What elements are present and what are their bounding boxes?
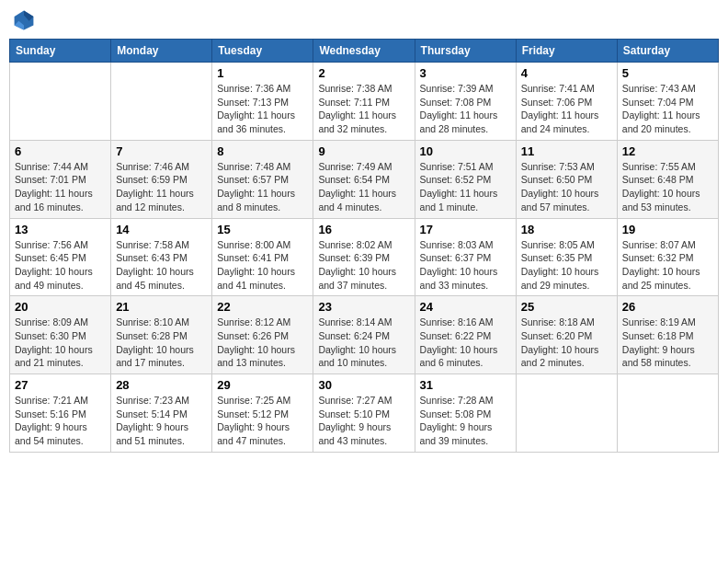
day-number: 17 — [420, 223, 511, 236]
calendar-cell: 7Sunrise: 7:46 AMSunset: 6:59 PMDaylight… — [111, 140, 212, 218]
calendar-cell: 17Sunrise: 8:03 AMSunset: 6:37 PMDayligh… — [415, 218, 516, 296]
calendar-cell: 11Sunrise: 7:53 AMSunset: 6:50 PMDayligh… — [516, 140, 617, 218]
day-number: 28 — [116, 378, 207, 392]
day-number: 23 — [318, 300, 409, 314]
calendar-cell — [10, 63, 111, 141]
calendar-cell: 16Sunrise: 8:02 AMSunset: 6:39 PMDayligh… — [313, 218, 415, 296]
calendar-cell: 23Sunrise: 8:14 AMSunset: 6:24 PMDayligh… — [313, 296, 415, 374]
calendar-cell: 12Sunrise: 7:55 AMSunset: 6:48 PMDayligh… — [617, 140, 718, 218]
day-info: Sunrise: 7:55 AMSunset: 6:48 PMDaylight:… — [622, 160, 713, 214]
day-number: 7 — [116, 144, 207, 158]
calendar-cell: 25Sunrise: 8:18 AMSunset: 6:20 PMDayligh… — [516, 296, 617, 374]
day-number: 21 — [116, 300, 207, 314]
calendar-cell: 18Sunrise: 8:05 AMSunset: 6:35 PMDayligh… — [516, 218, 617, 296]
day-number: 5 — [622, 66, 713, 80]
calendar-table: SundayMondayTuesdayWednesdayThursdayFrid… — [9, 39, 719, 453]
calendar-cell: 26Sunrise: 8:19 AMSunset: 6:18 PMDayligh… — [617, 296, 718, 374]
day-info: Sunrise: 8:07 AMSunset: 6:32 PMDaylight:… — [622, 238, 713, 293]
weekday-header-saturday: Saturday — [617, 40, 718, 63]
header-row: SundayMondayTuesdayWednesdayThursdayFrid… — [10, 40, 719, 63]
day-info: Sunrise: 7:51 AMSunset: 6:52 PMDaylight:… — [420, 160, 511, 214]
day-number: 10 — [420, 144, 511, 158]
day-number: 25 — [521, 300, 612, 314]
day-info: Sunrise: 8:00 AMSunset: 6:41 PMDaylight:… — [217, 238, 308, 293]
weekday-header-monday: Monday — [111, 40, 212, 63]
day-number: 22 — [217, 300, 308, 314]
calendar-cell: 1Sunrise: 7:36 AMSunset: 7:13 PMDaylight… — [212, 63, 313, 141]
day-number: 11 — [521, 144, 612, 158]
day-number: 31 — [420, 378, 511, 392]
calendar-cell: 29Sunrise: 7:25 AMSunset: 5:12 PMDayligh… — [212, 374, 313, 453]
day-number: 9 — [318, 144, 409, 158]
day-info: Sunrise: 7:48 AMSunset: 6:57 PMDaylight:… — [217, 160, 308, 214]
calendar-cell — [617, 374, 718, 453]
day-number: 12 — [622, 144, 713, 158]
day-number: 16 — [318, 223, 409, 236]
day-number: 19 — [622, 223, 713, 236]
day-info: Sunrise: 8:09 AMSunset: 6:30 PMDaylight:… — [15, 316, 106, 370]
calendar-week-2: 6Sunrise: 7:44 AMSunset: 7:01 PMDaylight… — [10, 140, 719, 218]
day-info: Sunrise: 7:56 AMSunset: 6:45 PMDaylight:… — [15, 238, 106, 293]
logo — [13, 9, 39, 31]
calendar-cell — [516, 374, 617, 453]
weekday-header-friday: Friday — [516, 40, 617, 63]
calendar-cell: 20Sunrise: 8:09 AMSunset: 6:30 PMDayligh… — [10, 296, 111, 374]
calendar-cell: 21Sunrise: 8:10 AMSunset: 6:28 PMDayligh… — [111, 296, 212, 374]
day-info: Sunrise: 7:21 AMSunset: 5:16 PMDaylight:… — [15, 394, 106, 448]
calendar-cell: 9Sunrise: 7:49 AMSunset: 6:54 PMDaylight… — [313, 140, 415, 218]
day-number: 18 — [521, 223, 612, 236]
day-info: Sunrise: 7:25 AMSunset: 5:12 PMDaylight:… — [217, 394, 308, 448]
day-number: 14 — [116, 223, 207, 236]
day-info: Sunrise: 7:38 AMSunset: 7:11 PMDaylight:… — [318, 82, 409, 136]
day-info: Sunrise: 8:14 AMSunset: 6:24 PMDaylight:… — [318, 316, 409, 370]
day-info: Sunrise: 7:58 AMSunset: 6:43 PMDaylight:… — [116, 238, 207, 293]
calendar-cell — [111, 63, 212, 141]
day-number: 13 — [15, 223, 106, 236]
day-info: Sunrise: 7:23 AMSunset: 5:14 PMDaylight:… — [116, 394, 207, 448]
calendar-cell: 31Sunrise: 7:28 AMSunset: 5:08 PMDayligh… — [415, 374, 516, 453]
day-info: Sunrise: 8:03 AMSunset: 6:37 PMDaylight:… — [420, 238, 511, 293]
day-number: 15 — [217, 223, 308, 236]
calendar-cell: 15Sunrise: 8:00 AMSunset: 6:41 PMDayligh… — [212, 218, 313, 296]
day-info: Sunrise: 7:53 AMSunset: 6:50 PMDaylight:… — [521, 160, 612, 214]
logo-icon — [13, 9, 35, 31]
calendar-cell: 28Sunrise: 7:23 AMSunset: 5:14 PMDayligh… — [111, 374, 212, 453]
calendar-cell: 22Sunrise: 8:12 AMSunset: 6:26 PMDayligh… — [212, 296, 313, 374]
calendar-cell: 30Sunrise: 7:27 AMSunset: 5:10 PMDayligh… — [313, 374, 415, 453]
day-number: 30 — [318, 378, 409, 392]
day-info: Sunrise: 8:18 AMSunset: 6:20 PMDaylight:… — [521, 316, 612, 370]
calendar-cell: 2Sunrise: 7:38 AMSunset: 7:11 PMDaylight… — [313, 63, 415, 141]
calendar-cell: 4Sunrise: 7:41 AMSunset: 7:06 PMDaylight… — [516, 63, 617, 141]
page-header — [9, 9, 719, 31]
day-number: 24 — [420, 300, 511, 314]
calendar-cell: 14Sunrise: 7:58 AMSunset: 6:43 PMDayligh… — [111, 218, 212, 296]
calendar-week-4: 20Sunrise: 8:09 AMSunset: 6:30 PMDayligh… — [10, 296, 719, 374]
day-info: Sunrise: 7:36 AMSunset: 7:13 PMDaylight:… — [217, 82, 308, 136]
calendar-cell: 8Sunrise: 7:48 AMSunset: 6:57 PMDaylight… — [212, 140, 313, 218]
weekday-header-wednesday: Wednesday — [313, 40, 415, 63]
day-number: 26 — [622, 300, 713, 314]
calendar-cell: 27Sunrise: 7:21 AMSunset: 5:16 PMDayligh… — [10, 374, 111, 453]
day-info: Sunrise: 7:46 AMSunset: 6:59 PMDaylight:… — [116, 160, 207, 214]
calendar-week-5: 27Sunrise: 7:21 AMSunset: 5:16 PMDayligh… — [10, 374, 719, 453]
weekday-header-tuesday: Tuesday — [212, 40, 313, 63]
day-number: 27 — [15, 378, 106, 392]
day-number: 29 — [217, 378, 308, 392]
day-info: Sunrise: 7:28 AMSunset: 5:08 PMDaylight:… — [420, 394, 511, 448]
calendar-week-3: 13Sunrise: 7:56 AMSunset: 6:45 PMDayligh… — [10, 218, 719, 296]
day-info: Sunrise: 8:10 AMSunset: 6:28 PMDaylight:… — [116, 316, 207, 370]
calendar-cell: 5Sunrise: 7:43 AMSunset: 7:04 PMDaylight… — [617, 63, 718, 141]
weekday-header-sunday: Sunday — [10, 40, 111, 63]
calendar-cell: 3Sunrise: 7:39 AMSunset: 7:08 PMDaylight… — [415, 63, 516, 141]
calendar-cell: 13Sunrise: 7:56 AMSunset: 6:45 PMDayligh… — [10, 218, 111, 296]
day-number: 2 — [318, 66, 409, 80]
day-info: Sunrise: 7:39 AMSunset: 7:08 PMDaylight:… — [420, 82, 511, 136]
calendar-cell: 10Sunrise: 7:51 AMSunset: 6:52 PMDayligh… — [415, 140, 516, 218]
calendar-cell: 6Sunrise: 7:44 AMSunset: 7:01 PMDaylight… — [10, 140, 111, 218]
day-info: Sunrise: 8:12 AMSunset: 6:26 PMDaylight:… — [217, 316, 308, 370]
day-number: 4 — [521, 66, 612, 80]
calendar-cell: 19Sunrise: 8:07 AMSunset: 6:32 PMDayligh… — [617, 218, 718, 296]
day-info: Sunrise: 8:19 AMSunset: 6:18 PMDaylight:… — [622, 316, 713, 370]
day-info: Sunrise: 7:43 AMSunset: 7:04 PMDaylight:… — [622, 82, 713, 136]
day-number: 8 — [217, 144, 308, 158]
